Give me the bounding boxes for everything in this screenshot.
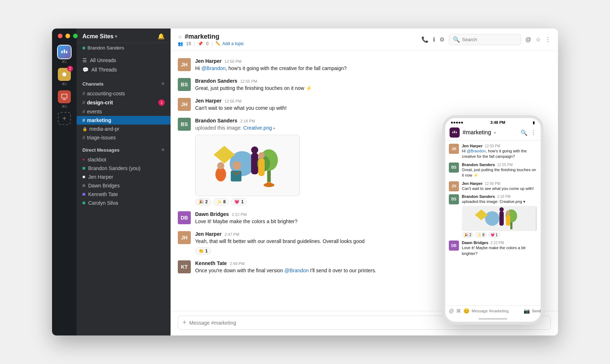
channel-title: #marketing: [185, 33, 219, 40]
svg-rect-20: [454, 131, 455, 133]
call-icon[interactable]: 📞: [421, 36, 429, 43]
dm-item-brandon-sanders[interactable]: Brandon Sanders (you): [77, 164, 171, 173]
phone-emoji-icon[interactable]: 😊: [463, 308, 469, 314]
phone-message-time: 12:56 PM: [485, 182, 500, 186]
workspace-name[interactable]: Acme Sites ▾: [82, 33, 117, 40]
star-icon[interactable]: ☆: [178, 34, 182, 40]
dm-name: slackbot: [88, 157, 106, 162]
message-text: Can't wait to see what you come up with!: [195, 104, 551, 112]
phone-camera-icon[interactable]: 📷: [524, 308, 530, 314]
pin-count: 0: [206, 41, 209, 46]
all-unreads-label: All Unreads: [90, 57, 116, 63]
add-attachment-icon[interactable]: +: [182, 319, 186, 326]
star-header-icon[interactable]: ☆: [536, 36, 541, 43]
channel-item-triage-issues[interactable]: # triage-issues: [77, 133, 171, 142]
offline-dot: [82, 184, 85, 187]
members-icon: 👥: [178, 41, 183, 46]
avatar: KT: [178, 260, 191, 273]
message-time: 2:49 PM: [230, 261, 245, 266]
phone-msg-content: Dawn Bridges 2:22 PM Love it! Maybe make…: [462, 240, 537, 256]
traffic-lights: [58, 34, 78, 38]
add-workspace-button[interactable]: +: [58, 112, 71, 125]
sender-name: Dawn Bridges: [195, 211, 229, 217]
icon-bar: ⌘1 2 ⌘2: [52, 29, 77, 335]
home-bar: [478, 318, 507, 320]
phone-format-icon[interactable]: ⌘: [456, 308, 461, 314]
file-link[interactable]: Creative.png: [243, 125, 272, 131]
bell-icon[interactable]: 🔔: [158, 33, 165, 40]
dm-item-dawn-bridges[interactable]: Dawn Bridges: [77, 181, 171, 190]
phone-avatar: DB: [449, 240, 459, 251]
dm-name: Carolyn Silva: [88, 200, 118, 206]
phone-avatar: BS: [449, 194, 459, 204]
phone-reaction: 💗 1: [488, 232, 500, 238]
image-preview: [195, 135, 300, 196]
add-channel-button[interactable]: +: [161, 80, 165, 88]
channel-item-media-and-pr[interactable]: 🔒 media-and-pr: [77, 125, 171, 133]
search-icon: 🔍: [453, 36, 460, 43]
maximize-button[interactable]: [73, 34, 78, 38]
avatar: BS: [178, 78, 191, 91]
svg-point-25: [499, 207, 504, 212]
phone-message-time: 12:55 PM: [497, 163, 513, 167]
svg-rect-29: [506, 215, 510, 226]
channel-item-events[interactable]: # events: [77, 107, 171, 116]
at-icon[interactable]: @: [525, 36, 531, 43]
phone-message-input[interactable]: [472, 309, 521, 313]
reaction-button[interactable]: 👏 1: [195, 247, 211, 255]
info-icon[interactable]: ℹ: [433, 36, 435, 43]
phone-more-icon[interactable]: ⋮: [530, 129, 536, 136]
minimize-button[interactable]: [65, 34, 70, 38]
phone-avatar: BS: [449, 162, 459, 173]
online-dot: [82, 202, 85, 204]
dm-section-title: Direct Messages: [82, 147, 120, 153]
phone-channel-caret: ▾: [494, 131, 496, 135]
message-row: JH Jen Harper 12:50 PM Hi @Brandon, how'…: [178, 58, 551, 72]
user-name-sidebar: Brandon Sanders: [87, 45, 124, 51]
workspace-icon-3[interactable]: [57, 90, 72, 104]
phone-search-icon[interactable]: 🔍: [520, 129, 528, 136]
phone-sender-name: Dawn Bridges: [462, 240, 488, 245]
shortcut-label-1: ⌘1: [62, 60, 67, 64]
channel-header: ☆ #marketing 👥 19 | 📌 0 | ✏️ Add a topic: [171, 29, 558, 51]
phone-message-row: BS Brandon Sanders 12:55 PM Great, just …: [449, 162, 537, 178]
sidebar-item-all-unreads[interactable]: ☰ All Unreads: [77, 56, 171, 65]
add-dm-button[interactable]: +: [161, 146, 165, 154]
dm-item-carolyn-silva[interactable]: Carolyn Silva: [77, 199, 171, 207]
workspace-icon-2[interactable]: 2: [57, 67, 72, 82]
dm-section-header: Direct Messages +: [77, 142, 171, 155]
phone-channel-name: #marketing: [463, 129, 491, 136]
dm-name: Dawn Bridges: [88, 183, 120, 188]
channel-item-design-crit[interactable]: # design-crit 1: [77, 98, 171, 107]
signal-dot: [454, 122, 455, 124]
away-dot: [82, 176, 85, 178]
reaction-button[interactable]: 💗 1: [231, 198, 247, 205]
sender-name: Brandon Sanders: [195, 78, 237, 84]
settings-icon[interactable]: ⚙: [439, 36, 444, 43]
channel-item-accounting-costs[interactable]: # accounting-costs: [77, 89, 171, 98]
phone-send-button[interactable]: Send: [532, 309, 541, 313]
signal-dot: [461, 122, 463, 124]
add-topic-button[interactable]: ✏️ Add a topic: [215, 41, 244, 46]
add-topic-label: Add a topic: [222, 41, 244, 46]
sidebar-item-all-threads[interactable]: 💬 All Threads: [77, 65, 171, 74]
svg-point-3: [63, 73, 66, 77]
phone-message-text: Great, just putting the finishing touche…: [462, 167, 537, 178]
dm-item-jen-harper[interactable]: Jen Harper: [77, 173, 171, 181]
workspace-icon-active[interactable]: [57, 45, 72, 59]
channel-item-marketing[interactable]: # marketing: [77, 116, 171, 125]
message-row: JH Jen Harper 12:56 PM Can't wait to see…: [178, 98, 551, 112]
dm-item-slackbot[interactable]: ♥ slackbot: [77, 155, 171, 164]
reaction-button[interactable]: 🎉 2: [195, 198, 211, 205]
svg-point-16: [263, 183, 274, 187]
more-icon[interactable]: ⋮: [545, 36, 551, 43]
phone-at-icon[interactable]: @: [449, 308, 454, 314]
channel-hash-icon: #: [82, 91, 85, 96]
close-button[interactable]: [58, 34, 63, 38]
search-bar[interactable]: 🔍: [449, 34, 521, 45]
reaction-button[interactable]: ✨ 8: [213, 198, 229, 205]
phone-mention: @Brandon: [467, 149, 486, 153]
search-input[interactable]: [462, 37, 517, 42]
dm-item-kenneth-tate[interactable]: Kenneth Tate: [77, 190, 171, 199]
sender-name: Kenneth Tate: [195, 260, 227, 266]
